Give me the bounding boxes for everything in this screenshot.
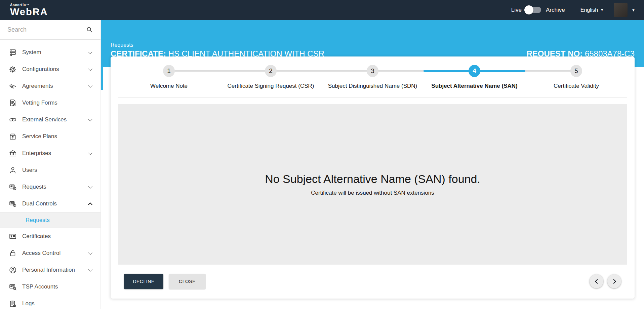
stepper-step-welcome-note[interactable]: 1 Welcome Note <box>118 56 220 98</box>
chevron-right-icon <box>611 279 616 283</box>
sidebar-item-label: Access Control <box>22 250 89 257</box>
sidebar-item-external-services[interactable]: External Services <box>0 111 100 128</box>
sidebar-item-label: Dual Controls <box>22 200 89 207</box>
step-number: 2 <box>265 65 277 77</box>
user-menu[interactable]: ▼ <box>614 3 635 17</box>
avatar[interactable] <box>614 3 628 17</box>
stepper-step-sdn[interactable]: 3 Subject Distinguished Name (SDN) <box>322 56 424 98</box>
chevron-down-icon <box>88 67 92 71</box>
stepper-step-san-active[interactable]: 4 Subject Alternative Name (SAN) <box>424 56 525 98</box>
chevron-down-icon <box>88 267 92 272</box>
chevron-down-icon: ▼ <box>600 8 604 12</box>
main-area: Requests CERTIFICATE: HS CLIENT AUTHENTI… <box>101 20 644 309</box>
vetting-form-icon <box>9 99 17 107</box>
app-logo[interactable]: Ascertia™ WebRA <box>10 3 48 17</box>
san-message-subtitle: Certificate will be issued without SAN e… <box>311 190 434 196</box>
request-card-icon <box>9 183 17 191</box>
chevron-left-icon <box>595 279 599 283</box>
sidebar-item-label: Vetting Forms <box>22 100 92 106</box>
sidebar-item-label: Certificates <box>22 233 92 240</box>
live-archive-toggle[interactable] <box>526 7 541 13</box>
sidebar-item-vetting-forms[interactable]: Vetting Forms <box>0 94 100 111</box>
sidebar-item-label: External Services <box>22 116 89 123</box>
logs-icon <box>9 300 17 308</box>
sidebar-item-label: Users <box>22 167 92 173</box>
user-icon <box>9 166 17 174</box>
language-label: English <box>580 7 598 13</box>
sidebar-subitem-label: Requests <box>26 217 100 224</box>
sidebar-item-tsp-accounts[interactable]: TSP Accounts <box>0 278 100 295</box>
sidebar: System Configurations Agreements Vetting… <box>0 20 101 309</box>
sidebar-item-label: TSP Accounts <box>22 283 92 290</box>
sidebar-item-configurations[interactable]: Configurations <box>0 61 100 78</box>
chevron-down-icon <box>88 50 92 54</box>
sidebar-item-label: Service Plans <box>22 133 92 140</box>
lock-icon <box>9 249 17 257</box>
chevron-down-icon <box>88 151 92 155</box>
sidebar-item-personal-information[interactable]: Personal Information <box>0 262 100 278</box>
search-input[interactable] <box>7 26 86 33</box>
language-dropdown[interactable]: English ▼ <box>580 7 604 13</box>
sidebar-item-dual-controls[interactable]: Dual Controls <box>0 195 100 212</box>
sidebar-item-logs[interactable]: Logs <box>0 295 100 309</box>
step-number: 4 <box>469 65 480 77</box>
close-button[interactable]: CLOSE <box>169 274 206 289</box>
san-message-title: No Subject Alternative Name (SAN) found. <box>265 172 480 186</box>
topbar: Ascertia™ WebRA Live Archive English ▼ ▼ <box>0 0 644 20</box>
link-icon <box>9 116 17 124</box>
request-card-icon <box>9 200 17 208</box>
sidebar-item-label: Logs <box>22 300 92 307</box>
sidebar-item-service-plans[interactable]: Service Plans <box>0 128 100 145</box>
brand-webra: WebRA <box>10 6 48 17</box>
chevron-up-icon <box>88 202 92 207</box>
topbar-right-cluster: Live Archive English ▼ ▼ <box>511 3 635 17</box>
sidebar-item-label: System <box>22 49 89 56</box>
step-label: Certificate Signing Request (CSR) <box>228 83 314 89</box>
sidebar-nav: System Configurations Agreements Vetting… <box>0 40 100 309</box>
decline-button[interactable]: DECLINE <box>124 274 163 289</box>
sidebar-item-label: Configurations <box>22 66 89 73</box>
sidebar-item-label: Personal Information <box>22 267 89 273</box>
stepper-step-csr[interactable]: 2 Certificate Signing Request (CSR) <box>220 56 322 98</box>
sidebar-subitem-requests-active[interactable]: Requests <box>0 212 100 228</box>
chevron-down-icon <box>88 184 92 189</box>
sidebar-item-enterprises[interactable]: Enterprises <box>0 145 100 162</box>
wizard-footer: DECLINE CLOSE <box>111 265 635 298</box>
step-number: 3 <box>367 65 378 77</box>
server-icon <box>9 48 17 56</box>
wizard-card: 1 Welcome Note 2 Certificate Signing Req… <box>111 56 635 299</box>
search-icon[interactable] <box>86 26 93 33</box>
gear-icon <box>9 65 17 73</box>
wizard-nav-buttons <box>590 274 621 288</box>
next-step-button[interactable] <box>607 274 621 288</box>
chevron-down-icon <box>88 117 92 121</box>
sidebar-item-certificates[interactable]: Certificates <box>0 228 100 245</box>
person-circle-icon <box>9 266 17 274</box>
wizard-stepper: 1 Welcome Note 2 Certificate Signing Req… <box>118 56 627 98</box>
archive-label: Archive <box>546 7 565 13</box>
sidebar-item-users[interactable]: Users <box>0 162 100 179</box>
chevron-down-icon: ▼ <box>632 8 635 12</box>
sidebar-item-label: Agreements <box>22 83 89 89</box>
san-message-panel: No Subject Alternative Name (SAN) found.… <box>118 104 627 265</box>
breadcrumb[interactable]: Requests <box>111 42 324 48</box>
stepper-step-validity[interactable]: 5 Certificate Validity <box>525 56 627 98</box>
step-number: 1 <box>163 65 175 77</box>
certificate-icon <box>9 232 17 240</box>
step-label: Welcome Note <box>150 83 188 89</box>
step-label: Certificate Validity <box>554 83 599 89</box>
previous-step-button[interactable] <box>590 274 603 288</box>
bank-icon <box>9 149 17 157</box>
sidebar-item-requests[interactable]: Requests <box>0 179 100 195</box>
step-label: Subject Alternative Name (SAN) <box>431 83 517 89</box>
tsp-card-icon <box>9 283 17 291</box>
sidebar-item-system[interactable]: System <box>0 44 100 61</box>
step-number: 5 <box>570 65 582 77</box>
handshake-icon <box>9 82 17 90</box>
sidebar-item-access-control[interactable]: Access Control <box>0 245 100 262</box>
chevron-down-icon <box>88 250 92 255</box>
sidebar-item-agreements[interactable]: Agreements <box>0 78 100 94</box>
band-left-accent <box>101 67 103 90</box>
chevron-down-icon <box>88 83 92 88</box>
toggle-knob[interactable] <box>524 5 533 14</box>
